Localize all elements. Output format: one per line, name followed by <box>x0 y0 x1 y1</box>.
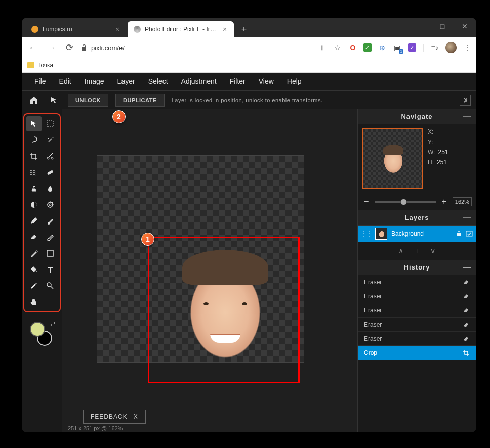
menu-image[interactable]: Image <box>78 74 110 88</box>
new-tab-button[interactable]: + <box>238 23 250 35</box>
url-text: pixlr.com/e/ <box>91 44 125 52</box>
menu-filter[interactable]: Filter <box>224 74 252 88</box>
navigate-thumbnail[interactable] <box>362 128 423 189</box>
history-item[interactable]: Eraser <box>358 303 476 318</box>
tool-sponge[interactable] <box>43 197 58 212</box>
tool-picker[interactable] <box>26 278 42 293</box>
zoom-slider[interactable] <box>375 201 435 203</box>
tab-pixlr[interactable]: Photo Editor : Pixlr E - free image × <box>128 21 234 37</box>
history-item[interactable]: Eraser <box>358 275 476 289</box>
feedback-close[interactable]: X <box>134 413 138 420</box>
duplicate-button[interactable]: DUPLICATE <box>115 94 165 107</box>
close-icon[interactable]: × <box>222 26 228 32</box>
tool-lasso[interactable] <box>26 132 42 148</box>
history-panel-header: History — <box>358 260 476 275</box>
layer-item[interactable]: ⋮⋮ Background <box>358 226 476 242</box>
tool-arrow[interactable] <box>26 116 42 131</box>
minimize-button[interactable]: — <box>409 18 431 34</box>
folder-icon <box>27 62 34 68</box>
ad-icon[interactable]: ✓ <box>408 43 416 52</box>
tool-shape[interactable] <box>43 246 58 261</box>
zoom-value[interactable]: 162% <box>453 197 472 206</box>
tool-heal[interactable] <box>43 165 58 180</box>
menu-icon[interactable]: ⋮ <box>463 43 472 52</box>
lock-icon[interactable] <box>456 231 462 237</box>
tool-smudge[interactable] <box>43 230 58 245</box>
tool-brush[interactable] <box>43 213 58 229</box>
tool-pen[interactable] <box>26 213 42 229</box>
y-label: Y: <box>428 139 433 146</box>
minimize-icon[interactable]: — <box>463 263 472 272</box>
back-button[interactable]: ← <box>26 41 39 54</box>
playlist-icon[interactable]: ≡♪ <box>430 43 439 52</box>
minimize-icon[interactable]: — <box>463 213 472 222</box>
toggle-panel-button[interactable] <box>460 95 471 106</box>
maximize-button[interactable]: □ <box>431 18 454 34</box>
tool-wand[interactable] <box>43 132 58 148</box>
color-picker[interactable]: ⇄ <box>30 322 54 346</box>
tool-dodge[interactable] <box>26 197 42 212</box>
tool-cut[interactable] <box>43 149 58 164</box>
feedback-button[interactable]: FEEDBACK X <box>83 410 146 424</box>
menu-select[interactable]: Select <box>142 74 174 88</box>
menu-help[interactable]: Help <box>281 74 308 88</box>
forward-button[interactable]: → <box>45 41 58 54</box>
tab-lumpics[interactable]: Lumpics.ru × <box>25 21 127 37</box>
home-button[interactable] <box>27 94 40 107</box>
drag-handle-icon[interactable]: ⋮⋮ <box>361 230 371 237</box>
tool-blur[interactable] <box>43 181 58 196</box>
layer-up-button[interactable]: ∧ <box>398 247 403 255</box>
layer-name: Background <box>391 230 452 237</box>
visibility-icon[interactable] <box>466 231 473 237</box>
canvas[interactable]: 1 <box>97 156 304 362</box>
globe-icon[interactable]: ⊕ <box>378 43 387 52</box>
zoom-out-button[interactable]: − <box>362 197 371 206</box>
history-item[interactable]: Eraser <box>358 289 476 303</box>
unlock-button[interactable]: UNLOCK <box>68 94 108 107</box>
address-bar: ← → ⟳ pixlr.com/e/ ⦀ ☆ O ✓ ⊕ ▣1 ✓ | ≡♪ ⋮ <box>22 37 476 58</box>
cube-icon[interactable]: ▣1 <box>393 43 402 52</box>
selection-box[interactable] <box>148 237 300 383</box>
tool-crop[interactable] <box>26 149 42 164</box>
menu-layer[interactable]: Layer <box>111 74 141 88</box>
history-item[interactable]: Eraser <box>358 332 476 346</box>
translate-icon[interactable]: ⦀ <box>318 43 327 52</box>
history-item[interactable]: Crop <box>358 346 476 360</box>
bookmarks-bar: Точка <box>22 58 476 73</box>
tool-marquee[interactable] <box>43 116 58 131</box>
layer-add-button[interactable]: + <box>415 247 419 255</box>
bookmark-label: Точка <box>37 62 53 69</box>
svg-point-8 <box>47 283 51 287</box>
check-icon[interactable]: ✓ <box>363 43 372 52</box>
tool-liquify[interactable] <box>26 165 42 180</box>
tool-hand[interactable] <box>26 294 42 309</box>
history-item[interactable]: Eraser <box>358 318 476 332</box>
star-icon[interactable]: ☆ <box>333 43 342 52</box>
swap-colors-icon[interactable]: ⇄ <box>51 321 55 327</box>
menu-file[interactable]: File <box>28 74 52 88</box>
layer-down-button[interactable]: ∨ <box>430 247 435 255</box>
bookmark-folder[interactable]: Точка <box>27 62 53 69</box>
url-field[interactable]: pixlr.com/e/ <box>81 44 313 52</box>
tool-zoom[interactable] <box>43 278 58 293</box>
menu-view[interactable]: View <box>253 74 280 88</box>
arrow-tool-icon[interactable] <box>48 94 61 107</box>
zoom-control: − + 162% <box>358 193 476 210</box>
zoom-in-button[interactable]: + <box>440 197 448 206</box>
opera-icon[interactable]: O <box>348 43 357 52</box>
menu-adjustment[interactable]: Adjustment <box>175 74 223 88</box>
tool-eraser[interactable] <box>26 230 42 245</box>
minimize-icon[interactable]: — <box>463 112 472 121</box>
svg-point-2 <box>51 157 53 159</box>
tool-draw[interactable] <box>26 246 42 261</box>
canvas-area[interactable]: 1 FEEDBACK X 251 x 251 px @ 162% <box>62 109 357 432</box>
profile-avatar[interactable] <box>445 42 457 53</box>
foreground-color[interactable] <box>30 322 45 337</box>
menu-edit[interactable]: Edit <box>53 74 77 88</box>
tool-fill[interactable] <box>26 262 42 277</box>
close-button[interactable]: ✕ <box>454 18 476 34</box>
tool-text[interactable] <box>43 262 58 277</box>
tool-clone[interactable] <box>26 181 42 196</box>
close-icon[interactable]: × <box>114 26 120 32</box>
reload-button[interactable]: ⟳ <box>63 41 76 54</box>
